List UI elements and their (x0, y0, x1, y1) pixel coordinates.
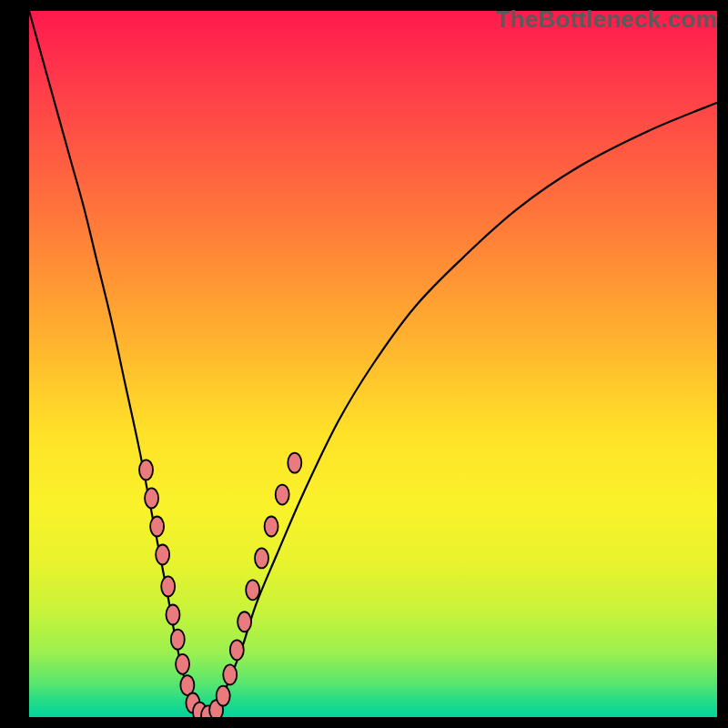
data-dot (230, 640, 244, 660)
data-dots (139, 453, 301, 717)
chart-frame: TheBottleneck.com (0, 0, 728, 728)
data-dot (265, 516, 278, 536)
data-dot (161, 576, 175, 596)
data-dot (217, 686, 230, 706)
data-dot (150, 516, 164, 536)
data-dot (171, 630, 185, 650)
data-dot (276, 485, 289, 505)
data-dot (238, 612, 251, 632)
data-dot (176, 654, 189, 674)
data-dot (246, 580, 259, 600)
plot-area (29, 11, 717, 717)
right-curve (208, 103, 717, 717)
left-curve (29, 11, 208, 717)
data-dot (223, 664, 237, 684)
watermark-text: TheBottleneck.com (496, 5, 717, 34)
data-dot (167, 604, 180, 624)
data-dot (145, 488, 158, 508)
data-dot (156, 545, 169, 565)
curves-svg (29, 11, 717, 717)
data-dot (288, 453, 301, 473)
data-dot (139, 460, 153, 480)
data-dot (255, 548, 268, 568)
